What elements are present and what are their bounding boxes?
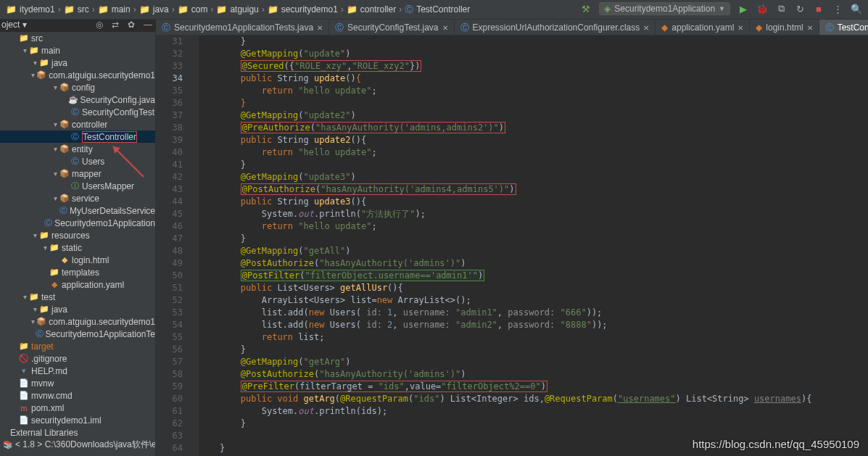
rerun-icon[interactable]: ↻ <box>794 3 806 14</box>
debug-icon[interactable]: 🐞 <box>756 3 768 14</box>
watermark: https://blog.csdn.net/qq_45950109 <box>693 438 859 450</box>
breadcrumb-item[interactable]: 📁java <box>139 4 169 14</box>
code-editor[interactable]: 3132333435363738394041424344454647484950… <box>156 36 868 456</box>
project-tool-header: oject ▾ ◎ ⇄ ✿ — <box>0 20 156 30</box>
breadcrumb-item[interactable]: ⒸTestController <box>405 4 470 16</box>
breadcrumb-item[interactable]: 📁com <box>178 4 208 14</box>
breadcrumb-item[interactable]: 📁itydemo1 <box>6 4 55 14</box>
tree-item[interactable]: ▾📁main <box>0 44 155 57</box>
tree-item[interactable]: ▾📁test <box>0 291 155 303</box>
tree-item[interactable]: ▾📦mapper <box>0 167 155 180</box>
editor-tab[interactable]: ◆application.yaml✕ <box>656 20 750 36</box>
code-area[interactable]: } @GetMapping("update") @Secured({"ROLE_… <box>199 36 868 456</box>
run-icon[interactable]: ▶ <box>737 3 749 14</box>
tree-item[interactable]: 📁target <box>0 340 155 352</box>
tree-item[interactable]: ⒸUsers <box>0 155 155 167</box>
breadcrumb-item[interactable]: 📁atguigu <box>216 4 258 14</box>
tree-item[interactable]: ▾📦config <box>0 81 155 94</box>
tree-item[interactable]: 📄mvnw.cmd <box>0 389 155 402</box>
breadcrumb-item[interactable]: 📁securitydemo1 <box>268 4 338 14</box>
tree-item[interactable]: 📁src <box>0 32 155 44</box>
tree-item[interactable]: ⒾUsersMapper <box>0 180 155 192</box>
breadcrumb-item[interactable]: 📁controller <box>347 4 396 14</box>
tree-item[interactable]: ▾📦controller <box>0 118 155 130</box>
hammer-icon[interactable]: ⚒ <box>580 3 592 14</box>
hide-icon[interactable]: — <box>144 20 152 30</box>
tree-item[interactable]: ⒸSecurityConfigTest <box>0 106 155 118</box>
coverage-icon[interactable]: ⧉ <box>775 3 787 14</box>
tree-item[interactable]: External Libraries <box>0 426 155 439</box>
project-tree[interactable]: 📁src▾📁main▾📁java▾📦com.atguigu.securityde… <box>0 32 156 456</box>
tree-item[interactable]: ▾📦com.atguigu.securitydemo1 <box>0 315 155 328</box>
search-icon[interactable]: 🔍 <box>851 3 862 14</box>
split-icon[interactable]: ⇄ <box>112 20 119 30</box>
tree-item[interactable]: ▾HELP.md <box>0 365 155 377</box>
git-icon[interactable]: ⋮ <box>832 3 843 14</box>
close-icon[interactable]: ✕ <box>807 24 813 32</box>
close-icon[interactable]: ✕ <box>442 24 448 32</box>
tree-item[interactable]: ◆login.html <box>0 254 155 266</box>
breadcrumb-item[interactable]: 📁main <box>98 4 131 14</box>
tree-item[interactable]: ▾📦service <box>0 192 155 204</box>
fold-gutter <box>189 36 199 456</box>
close-icon[interactable]: ✕ <box>317 24 323 32</box>
tree-item[interactable]: 📄mvnw <box>0 377 155 389</box>
tree-item[interactable]: ⒸMyUserDetailsService <box>0 204 155 217</box>
run-configuration-label: Securitydemo1Application <box>614 4 715 14</box>
line-gutter: 3132333435363738394041424344454647484950… <box>156 36 189 456</box>
tree-item[interactable]: ☕SecurityConfig.java <box>0 94 155 106</box>
editor-tab[interactable]: ⒸSecuritydemo1ApplicationTests.java✕ <box>156 20 329 36</box>
close-icon[interactable]: ✕ <box>737 24 743 32</box>
editor-tab[interactable]: ⒸExpressionUrlAuthorizationConfigurer.cl… <box>455 20 656 36</box>
tree-item[interactable]: ⒸTestController <box>0 130 155 143</box>
tree-item[interactable]: ◆application.yaml <box>0 278 155 291</box>
tree-item[interactable]: ▾📦entity <box>0 143 155 155</box>
tree-item[interactable]: ⒸSecuritydemo1Application <box>0 217 155 229</box>
tree-item[interactable]: ▾📁java <box>0 303 155 315</box>
tree-item[interactable]: ▾📁resources <box>0 229 155 241</box>
target-icon[interactable]: ◎ <box>96 20 103 30</box>
run-toolbar: ⚒ ◈ Securitydemo1Application ▼ ▶ 🐞 ⧉ ↻ ■… <box>580 2 862 15</box>
editor-tab[interactable]: ◆login.html✕ <box>750 20 819 36</box>
tree-item[interactable]: mpom.xml <box>0 402 155 414</box>
breadcrumb-item[interactable]: 📁src <box>64 4 89 14</box>
stop-icon[interactable]: ■ <box>813 3 824 14</box>
gear-icon[interactable]: ✿ <box>128 20 135 30</box>
tree-item[interactable]: ▾📁static <box>0 241 155 254</box>
tree-item[interactable]: ⒸSecuritydemo1ApplicationTe <box>0 328 155 340</box>
close-icon[interactable]: ✕ <box>643 24 649 32</box>
tree-item[interactable]: 📚< 1.8 > C:\360Downloads\java软件\eclipse <box>0 439 155 451</box>
run-configuration-selector[interactable]: ◈ Securitydemo1Application ▼ <box>599 2 730 15</box>
tree-item[interactable]: 🚫.gitignore <box>0 352 155 365</box>
editor-tab[interactable]: ⒸSecurityConfigTest.java✕ <box>329 20 454 36</box>
tree-item[interactable]: 📄securitydemo1.iml <box>0 414 155 426</box>
tree-item[interactable]: ▾📦com.atguigu.securitydemo1 <box>0 69 155 81</box>
tree-item[interactable]: ▾📁java <box>0 57 155 69</box>
project-label[interactable]: oject ▾ <box>1 20 27 30</box>
editor-tab[interactable]: ⒸTestController.java✕ <box>819 20 868 36</box>
tree-item[interactable]: 📁templates <box>0 266 155 278</box>
editor-tabs: ⒸSecuritydemo1ApplicationTests.java✕ⒸSec… <box>156 20 868 36</box>
